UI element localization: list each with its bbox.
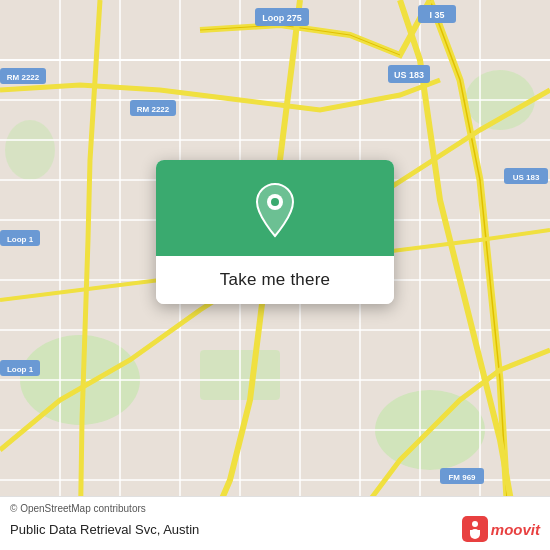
svg-text:RM 2222: RM 2222 [137,105,170,114]
svg-point-44 [271,198,279,206]
take-me-there-button[interactable]: Take me there [156,256,394,304]
osm-credit: © OpenStreetMap contributors [10,503,540,514]
map-container: I 35 Loop 275 US 183 RM 2222 RM 2222 Loo… [0,0,550,550]
svg-text:Loop 1: Loop 1 [7,365,34,374]
svg-rect-48 [470,530,480,534]
svg-text:RM 2222: RM 2222 [7,73,40,82]
moovit-text: moovit [491,521,540,538]
svg-text:FM 969: FM 969 [448,473,476,482]
svg-point-5 [5,120,55,180]
svg-text:US 183: US 183 [513,173,540,182]
svg-text:I 35: I 35 [429,10,444,20]
place-name: Public Data Retrieval Svc, Austin [10,522,199,537]
svg-point-46 [472,521,478,527]
moovit-app-icon [462,516,488,542]
bottom-info-row: Public Data Retrieval Svc, Austin moovit [10,516,540,542]
location-pin-icon [251,182,299,238]
moovit-logo: moovit [462,516,540,542]
bottom-bar: © OpenStreetMap contributors Public Data… [0,496,550,550]
popup-card: Take me there [156,160,394,304]
svg-text:Loop 275: Loop 275 [262,13,302,23]
svg-text:US 183: US 183 [394,70,424,80]
svg-text:Loop 1: Loop 1 [7,235,34,244]
popup-green-area [156,160,394,256]
